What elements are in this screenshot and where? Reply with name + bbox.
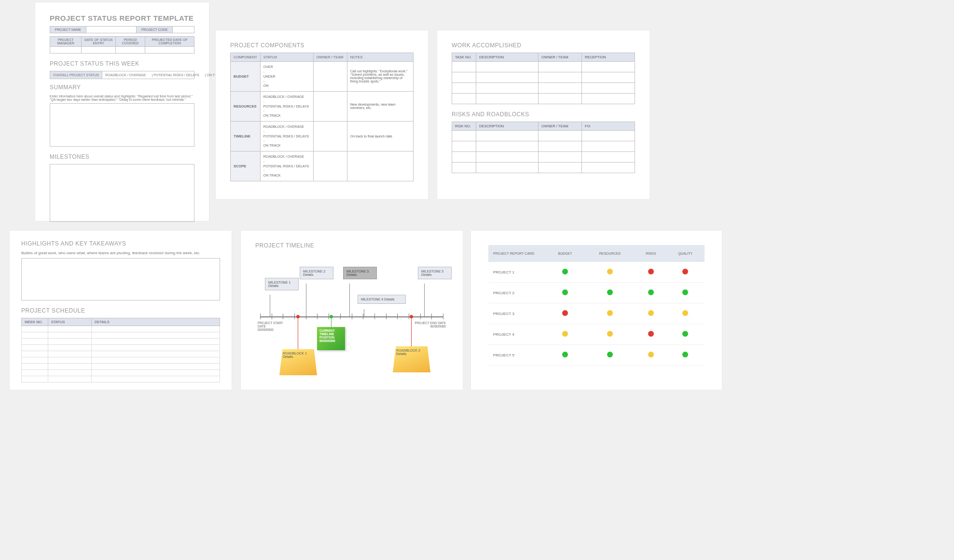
status-dot-icon xyxy=(648,289,654,295)
col-owner: OWNER / TEAM xyxy=(539,122,582,131)
col-desc: DESCRIPTION xyxy=(476,122,539,131)
table-row[interactable] xyxy=(452,72,635,83)
page-report-card: PROJECT REPORT CARD BUDGET RESOURCES RIS… xyxy=(471,231,722,390)
cell-status[interactable]: ROADBLOCK / OVERAGE - POTENTIAL RISKS / … xyxy=(260,91,313,121)
cell-notes[interactable]: Call out highlights: "Exceptional work."… xyxy=(347,62,413,92)
status-bar-label: OVERALL PROJECT STATUS xyxy=(50,71,102,79)
cell-owner[interactable] xyxy=(313,62,347,92)
status-light xyxy=(636,324,666,345)
status-light xyxy=(666,303,705,324)
milestone-3[interactable]: MILESTONE 3 Details xyxy=(343,267,377,279)
status-option-roadblock[interactable]: ROADBLOCK / OVERAGE xyxy=(102,71,149,79)
page-highlights-schedule: HIGHLIGHTS AND KEY TAKEAWAYS Bullets of … xyxy=(10,231,232,390)
table-row[interactable] xyxy=(22,357,220,364)
status-light xyxy=(666,283,705,303)
report-card-table: PROJECT REPORT CARD BUDGET RESOURCES RIS… xyxy=(488,245,705,366)
status-dot-icon xyxy=(648,331,654,337)
cell-notes[interactable]: New developments, new team members, etc. xyxy=(347,91,413,121)
report-card-row: PROJECT 4 xyxy=(488,324,705,345)
label-status-entry: DATE OF STATUS ENTRY xyxy=(82,37,116,47)
milestone-1[interactable]: MILESTONE 1 Details xyxy=(265,278,299,290)
label-period: PERIOD COVERED xyxy=(116,37,145,47)
cell-status[interactable]: ROADBLOCK / OVERAGE - POTENTIAL RISKS / … xyxy=(260,121,313,151)
status-dot-icon xyxy=(682,289,688,295)
current-dot-icon xyxy=(330,315,333,318)
cell-name: RESOURCES xyxy=(231,91,261,121)
table-row[interactable] xyxy=(452,83,635,94)
status-dot-icon xyxy=(607,269,613,274)
col-risks: RISKS xyxy=(636,245,666,262)
milestone-2[interactable]: MILESTONE 2 Details xyxy=(300,267,333,279)
table-row[interactable] xyxy=(22,345,220,351)
current-position-note[interactable]: CURRENT TIMELINE POSITION 00/00/0000 xyxy=(317,327,345,350)
heading-highlights: HIGHLIGHTS AND KEY TAKEAWAYS xyxy=(21,240,220,247)
start-date: 00/00/0000 xyxy=(258,328,274,331)
info-table-meta: PROJECT MANAGER DATE OF STATUS ENTRY PER… xyxy=(50,36,194,54)
field-status-entry[interactable] xyxy=(82,47,116,54)
status-dot-icon xyxy=(682,352,688,357)
table-row[interactable] xyxy=(22,370,220,376)
table-row[interactable] xyxy=(452,94,635,104)
col-owner: OWNER / TEAM xyxy=(539,53,582,62)
leader xyxy=(364,309,364,316)
heading-status-week: PROJECT STATUS THIS WEEK xyxy=(50,60,194,67)
table-row[interactable] xyxy=(22,376,220,382)
cell-owner[interactable] xyxy=(313,91,347,121)
status-dot-icon xyxy=(562,269,568,274)
table-row[interactable] xyxy=(22,351,220,357)
highlights-input[interactable] xyxy=(21,258,220,300)
milestone-4[interactable]: MILESTONE 4 Details xyxy=(358,295,406,304)
status-dot-icon xyxy=(562,331,568,337)
cell-notes[interactable] xyxy=(347,151,413,181)
project-name: PROJECT 4 xyxy=(488,324,546,345)
label-projected-completion: PROJECTED DATE OF COMPLETION xyxy=(145,37,194,47)
status-light xyxy=(636,283,666,303)
summary-input[interactable] xyxy=(50,103,194,147)
work-table: TASK NO. DESCRIPTION OWNER / TEAM RECEPT… xyxy=(452,53,635,104)
status-light xyxy=(636,303,666,324)
table-row[interactable] xyxy=(452,62,635,72)
status-light xyxy=(584,283,636,303)
milestone-5[interactable]: MILESTONE 5 Details xyxy=(418,267,452,279)
status-light xyxy=(584,262,636,283)
milestones-input[interactable] xyxy=(50,164,194,222)
table-row[interactable] xyxy=(22,339,220,345)
field-project-name[interactable] xyxy=(86,27,137,33)
table-row[interactable] xyxy=(22,332,220,339)
field-period[interactable] xyxy=(116,47,145,54)
status-dot-icon xyxy=(648,269,654,274)
cell-name: SCOPE xyxy=(231,151,261,181)
field-pm[interactable] xyxy=(50,47,82,54)
status-light xyxy=(546,262,584,283)
project-name: PROJECT 3 xyxy=(488,303,546,324)
field-project-code[interactable] xyxy=(173,27,194,33)
cell-owner[interactable] xyxy=(313,121,347,151)
cell-status[interactable]: OVER - UNDER - ON xyxy=(260,62,313,92)
status-light xyxy=(666,262,705,283)
cell-owner[interactable] xyxy=(313,151,347,181)
table-row[interactable] xyxy=(22,364,220,370)
field-projected-completion[interactable] xyxy=(145,47,194,54)
heading-components: PROJECT COMPONENTS xyxy=(230,42,414,49)
table-row[interactable] xyxy=(22,326,220,332)
project-name: PROJECT 2 xyxy=(488,283,546,303)
table-row[interactable] xyxy=(452,141,635,152)
status-light xyxy=(546,345,584,366)
col-component: COMPONENT xyxy=(231,53,261,62)
status-light xyxy=(636,345,666,366)
row-scope: SCOPE ROADBLOCK / OVERAGE - POTENTIAL RI… xyxy=(231,151,414,181)
roadblock-2[interactable]: ROADBLOCK 2 Details xyxy=(393,346,430,372)
cell-notes[interactable]: On track to final launch date xyxy=(347,121,413,151)
table-row[interactable] xyxy=(452,163,635,173)
status-option-risks[interactable]: POTENTIAL RISKS / DELAYS xyxy=(149,71,202,79)
table-row[interactable] xyxy=(452,152,635,163)
timeline-graphic: MILESTONE 1 Details MILESTONE 2 Details … xyxy=(255,254,448,379)
table-row[interactable] xyxy=(452,131,635,141)
row-budget: BUDGET OVER - UNDER - ON Call out highli… xyxy=(231,62,414,92)
cell-status[interactable]: ROADBLOCK / OVERAGE - POTENTIAL RISKS / … xyxy=(260,151,313,181)
status-dot-icon xyxy=(607,289,613,295)
status-light xyxy=(584,345,636,366)
end-date: 00/00/0000 xyxy=(430,325,446,328)
roadblock-1[interactable]: ROADBLOCK 1 Details xyxy=(279,349,317,375)
status-dot-icon xyxy=(562,310,568,316)
